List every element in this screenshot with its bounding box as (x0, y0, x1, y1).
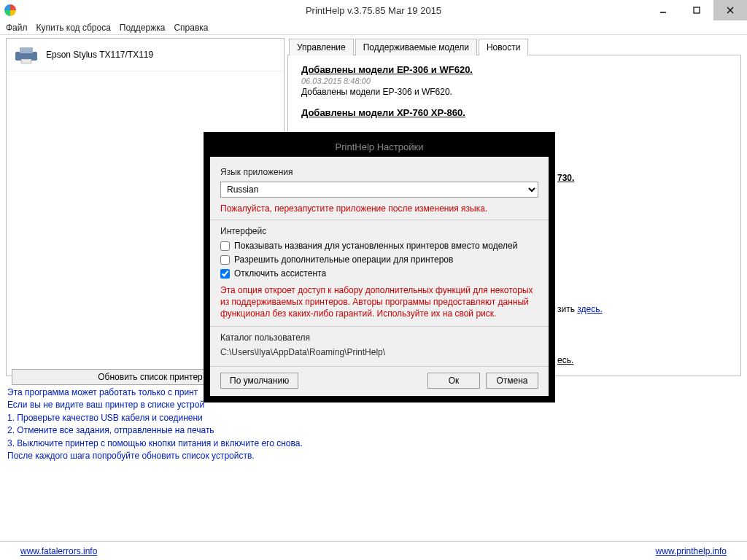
news-title[interactable]: Добавлены модели XP-760 XP-860. (301, 107, 727, 118)
divider (210, 326, 549, 327)
app-icon (4, 4, 16, 16)
checkbox-input[interactable] (220, 255, 230, 265)
menubar: Файл Купить код сброса Поддержка Справка (0, 20, 747, 35)
checkbox-input[interactable] (220, 241, 230, 251)
footer-link-left[interactable]: www.fatalerrors.info (20, 546, 97, 556)
checkbox-input[interactable] (220, 269, 230, 279)
default-button[interactable]: По умолчанию (220, 373, 298, 389)
dialog-body: Язык приложения Russian Пожалуйста, пере… (210, 157, 549, 366)
checkbox-show-names[interactable]: Показывать названия для установленных пр… (220, 241, 538, 251)
printer-icon (14, 44, 39, 65)
checkbox-label: Отключить ассистента (234, 268, 326, 279)
link-fragment[interactable]: есь. (557, 355, 573, 365)
printer-list-item[interactable]: Epson Stylus TX117/TX119 (7, 39, 284, 71)
tab-manage[interactable]: Управление (289, 39, 354, 55)
ok-button[interactable]: Ок (427, 373, 480, 389)
language-label: Язык приложения (220, 167, 538, 177)
checkbox-extra-ops[interactable]: Разрешить дополнительные операции для пр… (220, 254, 538, 265)
dialog-footer: По умолчанию Ок Отмена (210, 366, 549, 396)
dialog-title: PrintHelp Настройки (210, 139, 549, 157)
news-date: 06.03.2015 8:48:00 (301, 77, 727, 85)
menu-help[interactable]: Справка (174, 23, 208, 33)
minimize-button[interactable] (646, 0, 680, 20)
catalog-label: Каталог пользователя (220, 332, 538, 343)
help-line: 3. Выключите принтер с помощью кнопки пи… (7, 438, 740, 450)
window-title: PrintHelp v.3.75.85 Mar 19 2015 (306, 5, 441, 16)
footer-link-right[interactable]: www.printhelp.info (656, 546, 727, 556)
titlebar: PrintHelp v.3.75.85 Mar 19 2015 (0, 0, 747, 20)
help-line: После каждого шага попробуйте обновить с… (7, 450, 740, 462)
help-line: 2. Отмените все задания, отправленные на… (7, 424, 740, 437)
maximize-button[interactable] (680, 0, 713, 20)
svg-rect-6 (21, 59, 31, 63)
checkbox-label: Разрешить дополнительные операции для пр… (234, 254, 453, 265)
interface-label: Интерфейс (220, 226, 538, 236)
language-select[interactable]: Russian (220, 182, 538, 198)
divider (210, 219, 549, 220)
language-restart-note: Пожалуйста, перезапустите приложение пос… (220, 203, 538, 214)
menu-support[interactable]: Поддержка (120, 23, 166, 33)
footer: www.fatalerrors.info www.printhelp.info (0, 541, 747, 560)
checkbox-label: Показывать названия для установленных пр… (234, 241, 517, 251)
news-item: Добавлены модели XP-760 XP-860. (301, 107, 727, 118)
cancel-button[interactable]: Отмена (486, 373, 538, 389)
help-line: 1. Проверьте качество USB кабеля и соеди… (7, 412, 740, 424)
news-title[interactable]: Добавлены модели EP-306 и WF620. (301, 64, 727, 75)
text-fragment: зить здесь. (557, 304, 603, 314)
close-button[interactable] (713, 0, 747, 20)
catalog-path: C:\Users\Ilya\AppData\Roaming\PrintHelp\ (220, 347, 538, 357)
link-here[interactable]: здесь. (577, 304, 603, 314)
settings-dialog: PrintHelp Настройки Язык приложения Russ… (204, 133, 554, 402)
risk-warning: Эта опция откроет доступ к набору дополн… (220, 284, 538, 320)
news-body: Добавлены модели EP-306 и WF620. (301, 87, 727, 97)
menu-buy[interactable]: Купить код сброса (36, 23, 111, 33)
tabs: Управление Поддерживаемые модели Новости (289, 38, 741, 55)
menu-file[interactable]: Файл (6, 23, 28, 33)
checkbox-disable-assistant[interactable]: Отключить ассистента (220, 268, 538, 279)
news-title-fragment: 730. (557, 173, 574, 183)
tab-supported[interactable]: Поддерживаемые модели (355, 39, 477, 55)
tab-news[interactable]: Новости (479, 39, 528, 55)
printer-name: Epson Stylus TX117/TX119 (46, 50, 153, 60)
news-item: Добавлены модели EP-306 и WF620. 06.03.2… (301, 64, 727, 97)
svg-rect-1 (694, 7, 700, 13)
svg-rect-5 (20, 47, 33, 53)
